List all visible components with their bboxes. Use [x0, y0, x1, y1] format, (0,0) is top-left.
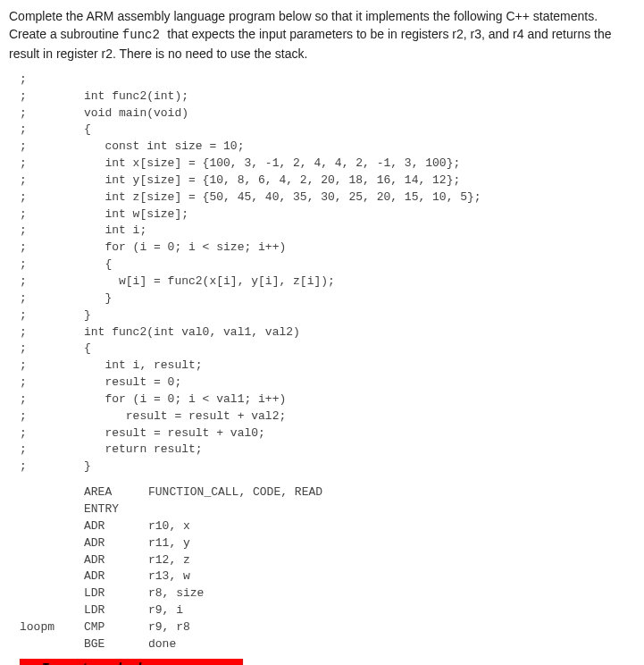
asm-operands: r13, w	[148, 568, 190, 585]
asm-line: AREAFUNCTION_CALL, CODE, READ	[20, 484, 635, 501]
asm-opcode: AREA	[84, 484, 148, 501]
c-code-text: int i, result;	[84, 358, 203, 372]
asm-line: BGEdone	[20, 636, 635, 653]
c-code-text: }	[84, 291, 112, 305]
asm-operands: r10, x	[148, 518, 190, 535]
asm-opcode: ADR	[84, 552, 148, 569]
c-code-line: ;{	[20, 341, 635, 358]
asm-operands: r9, i	[148, 602, 183, 619]
c-code-line: ; result = result + val2;	[20, 408, 635, 425]
asm-line: LDRr9, i	[20, 602, 635, 619]
asm-opcode: LDR	[84, 585, 148, 602]
asm-opcode: ADR	[84, 535, 148, 552]
comment-semicolon: ;	[20, 459, 84, 476]
c-code-line: ;int func2(int val0, val1, val2)	[20, 324, 635, 341]
asm-operands: r9, r8	[148, 619, 190, 636]
c-code-text: {	[84, 257, 112, 271]
asm-line: loopmCMPr9, r8	[20, 619, 635, 636]
asm-line: LDRr8, size	[20, 585, 635, 602]
comment-semicolon: ;	[20, 290, 84, 307]
c-code-line: ;}	[20, 307, 635, 324]
asm-label: loopm	[20, 619, 84, 636]
c-code-line: ;	[20, 72, 635, 88]
asm-opcode: ADR	[84, 568, 148, 585]
comment-semicolon: ;	[20, 88, 84, 105]
c-code-line: ; const int size = 10;	[20, 139, 635, 156]
comment-semicolon: ;	[20, 425, 84, 442]
asm-operands: done	[148, 636, 176, 653]
c-code-line: ;int func2(int);	[20, 88, 635, 105]
asm-opcode: ADR	[84, 518, 148, 535]
comment-semicolon: ;	[20, 122, 84, 139]
asm-operands: FUNCTION_CALL, CODE, READ	[148, 484, 322, 501]
comment-semicolon: ;	[20, 139, 84, 156]
asm-line: ADRr11, y	[20, 535, 635, 552]
c-code-line: ; int z[size] = {50, 45, 40, 35, 30, 25,…	[20, 189, 635, 206]
asm-line: ADRr10, x	[20, 518, 635, 535]
comment-semicolon: ;	[20, 72, 84, 88]
c-code-text: w[i] = func2(x[i], y[i], z[i]);	[84, 274, 335, 288]
c-code-line: ;void main(void)	[20, 105, 635, 122]
comment-semicolon: ;	[20, 408, 84, 425]
asm-opcode: ENTRY	[84, 501, 148, 518]
comment-semicolon: ;	[20, 189, 84, 206]
c-code-text: void main(void)	[84, 106, 188, 120]
comment-semicolon: ;	[20, 223, 84, 240]
c-code-line: ; w[i] = func2(x[i], y[i], z[i]);	[20, 274, 635, 290]
comment-semicolon: ;	[20, 257, 84, 274]
comment-semicolon: ;	[20, 307, 84, 324]
instruction-funcname: func2	[122, 28, 167, 42]
c-code-text: int w[size];	[84, 207, 188, 221]
asm-operands: r11, y	[148, 535, 190, 552]
c-code-text: }	[84, 459, 91, 473]
instruction-paragraph: Complete the ARM assembly language progr…	[9, 7, 635, 63]
comment-semicolon: ;	[20, 274, 84, 290]
asm-opcode: LDR	[84, 602, 148, 619]
c-code-text: for (i = 0; i < val1; i++)	[84, 392, 286, 406]
comment-semicolon: ;	[20, 391, 84, 408]
c-code-text: result = result + val0;	[84, 426, 265, 440]
c-code-line: ; return result;	[20, 442, 635, 459]
comment-semicolon: ;	[20, 442, 84, 459]
comment-semicolon: ;	[20, 341, 84, 358]
comment-semicolon: ;	[20, 240, 84, 257]
asm-opcode: BGE	[84, 636, 148, 653]
c-code-text: int x[size] = {100, 3, -1, 2, 4, 4, 2, -…	[84, 156, 460, 170]
c-code-text: int z[size] = {50, 45, 40, 35, 30, 25, 2…	[84, 190, 481, 204]
asm-operands: r12, z	[148, 552, 190, 569]
c-code-line: ;}	[20, 459, 635, 476]
asm-line: ENTRY	[20, 501, 635, 518]
c-code-text: int func2(int val0, val1, val2)	[84, 325, 300, 339]
asm-block-1: AREAFUNCTION_CALL, CODE, READENTRYADRr10…	[20, 484, 635, 652]
c-code-text: return result;	[84, 442, 203, 456]
c-code-line: ; for (i = 0; i < val1; i++)	[20, 391, 635, 408]
c-code-line: ; result = result + val0;	[20, 425, 635, 442]
c-code-line: ; }	[20, 290, 635, 307]
asm-line: ADRr13, w	[20, 568, 635, 585]
c-code-line: ; result = 0;	[20, 375, 635, 391]
insert-code-marker: ; Insert code here	[20, 659, 243, 665]
c-code-text: {	[84, 122, 91, 136]
comment-semicolon: ;	[20, 105, 84, 122]
c-code-line: ; int w[size];	[20, 206, 635, 223]
c-code-text: const int size = 10;	[84, 139, 244, 153]
comment-semicolon: ;	[20, 358, 84, 375]
asm-opcode: CMP	[84, 619, 148, 636]
c-code-line: ; {	[20, 257, 635, 274]
c-code-text: int func2(int);	[84, 89, 188, 103]
c-code-text: {	[84, 341, 91, 355]
c-code-line: ; int i, result;	[20, 358, 635, 375]
c-code-text: }	[84, 308, 91, 322]
c-code-text: int i;	[84, 223, 146, 237]
asm-line: ADRr12, z	[20, 552, 635, 569]
comment-semicolon: ;	[20, 173, 84, 189]
c-code-line: ; for (i = 0; i < size; i++)	[20, 240, 635, 257]
comment-semicolon: ;	[20, 375, 84, 391]
comment-semicolon: ;	[20, 206, 84, 223]
c-code-line: ;{	[20, 122, 635, 139]
comment-semicolon: ;	[20, 156, 84, 173]
c-code-text: int y[size] = {10, 8, 6, 4, 2, 20, 18, 1…	[84, 173, 460, 187]
c-code-text: for (i = 0; i < size; i++)	[84, 240, 286, 254]
c-code-block: ;;int func2(int);;void main(void);{; con…	[20, 72, 635, 476]
c-code-line: ; int y[size] = {10, 8, 6, 4, 2, 20, 18,…	[20, 173, 635, 189]
